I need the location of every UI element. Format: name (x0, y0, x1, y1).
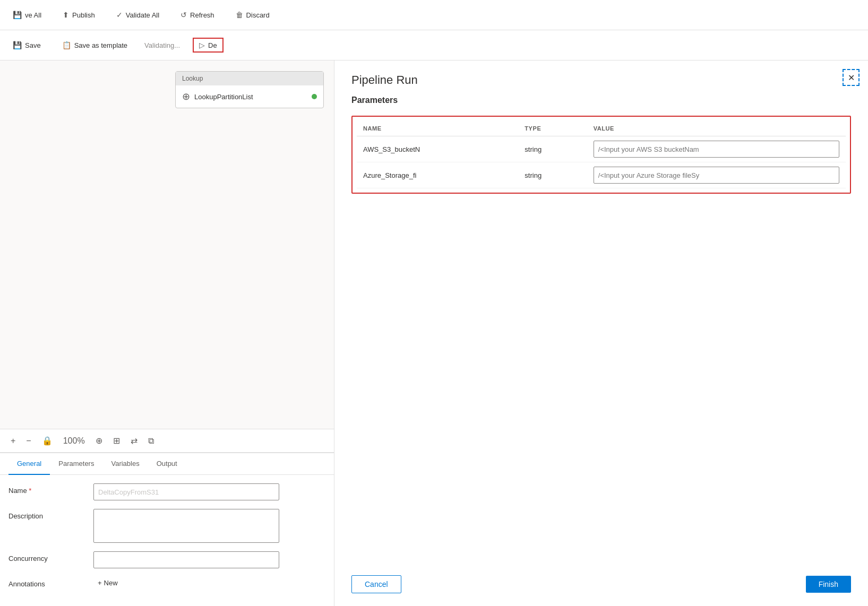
pipeline-run-dialog: ✕ Pipeline Run Parameters NAME TYPE VALU… (334, 60, 868, 606)
discard-button[interactable]: 🗑 Discard (231, 8, 274, 21)
description-row: Description (8, 509, 325, 543)
canvas-toolbar: + − 🔒 100% ⊕ ⊞ ⇄ ⧉ (0, 429, 334, 453)
table-row: AWS_S3_bucketN string (357, 136, 846, 162)
param-name-2: Azure_Storage_fi (357, 162, 518, 188)
description-label: Description (8, 509, 93, 520)
concurrency-row: Concurrency (8, 551, 325, 568)
description-input[interactable] (93, 509, 279, 543)
save-all-label: ve All (25, 11, 41, 19)
publish-label: Publish (72, 11, 95, 19)
validate-all-label: Validate All (126, 11, 159, 19)
param-value-input-1[interactable] (594, 141, 839, 158)
param-value-2 (587, 162, 846, 188)
lookup-header-label: Lookup (182, 75, 203, 82)
save-as-template-button[interactable]: 📋 Save as template (58, 39, 132, 51)
col-type: TYPE (518, 121, 587, 136)
validate-all-button[interactable]: ✓ Validate All (112, 8, 164, 21)
format-button[interactable]: ⧉ (146, 434, 156, 448)
zoom-in-button[interactable]: + (8, 434, 18, 448)
name-label: Name * (8, 483, 93, 495)
name-row: Name * (8, 483, 325, 500)
select-button[interactable]: ⊞ (111, 434, 122, 448)
main-area: Lookup ⊕ LookupPartitionList + − 🔒 100% … (0, 60, 868, 606)
annotations-row: Annotations + New (8, 577, 325, 589)
tabs: General Parameters Variables Output (0, 453, 334, 475)
plus-icon: + (98, 579, 102, 587)
fit-button[interactable]: ⊕ (93, 434, 105, 448)
refresh-label: Refresh (190, 11, 214, 19)
param-type-2: string (518, 162, 587, 188)
save-icon: 💾 (13, 41, 22, 49)
lookup-node-label: LookupPartitionList (194, 93, 253, 101)
debug-label: De (208, 41, 217, 49)
discard-icon: 🗑 (236, 11, 243, 19)
name-required: * (29, 487, 31, 495)
lock-button[interactable]: 🔒 (40, 434, 55, 448)
lookup-node-body: ⊕ LookupPartitionList (176, 85, 323, 108)
save-all-button[interactable]: 💾 ve All (8, 8, 46, 21)
zoom-out-button[interactable]: − (24, 434, 33, 448)
zoom-level-button[interactable]: 100% (61, 434, 87, 448)
tab-general-content: Name * Description Concurrency A (0, 475, 334, 606)
refresh-button[interactable]: ↺ Refresh (176, 8, 219, 21)
table-row: Azure_Storage_fi string (357, 162, 846, 188)
parameters-table: NAME TYPE VALUE AWS_S3_bucketN string (357, 121, 846, 188)
dialog-footer: Cancel Finish (351, 575, 851, 593)
bottom-panel: General Parameters Variables Output Name (0, 453, 334, 606)
tab-parameters[interactable]: Parameters (50, 453, 102, 475)
param-value-1 (587, 136, 846, 162)
tab-variables[interactable]: Variables (102, 453, 148, 475)
debug-icon: ▷ (199, 41, 205, 49)
left-panel: Lookup ⊕ LookupPartitionList + − 🔒 100% … (0, 60, 334, 606)
concurrency-label: Concurrency (8, 551, 93, 562)
lookup-node[interactable]: Lookup ⊕ LookupPartitionList (175, 71, 324, 108)
arrange-button[interactable]: ⇄ (128, 434, 140, 448)
tab-general[interactable]: General (8, 453, 50, 475)
dialog-parameters-label: Parameters (351, 96, 851, 105)
second-toolbar: 💾 Save 📋 Save as template Validating... … (0, 30, 868, 60)
validate-all-icon: ✓ (116, 11, 123, 19)
close-dialog-button[interactable]: ✕ (843, 69, 860, 86)
parameters-highlight: NAME TYPE VALUE AWS_S3_bucketN string (351, 116, 851, 194)
lookup-node-header: Lookup (176, 72, 323, 85)
save-all-icon: 💾 (13, 11, 22, 19)
refresh-icon: ↺ (181, 11, 187, 19)
param-name-1: AWS_S3_bucketN (357, 136, 518, 162)
discard-label: Discard (246, 11, 270, 19)
save-as-template-label: Save as template (74, 41, 127, 49)
col-value: VALUE (587, 121, 846, 136)
publish-icon: ⬆ (63, 11, 69, 19)
new-annotation-button[interactable]: + New (93, 577, 122, 589)
dialog-title: Pipeline Run (351, 73, 851, 87)
validating-text: Validating... (144, 41, 180, 49)
close-icon: ✕ (848, 73, 855, 83)
new-label: New (104, 579, 118, 587)
save-as-template-icon: 📋 (62, 41, 71, 49)
lookup-node-icon: ⊕ (182, 91, 190, 102)
top-toolbar: 💾 ve All ⬆ Publish ✓ Validate All ↺ Refr… (0, 0, 868, 30)
tab-output[interactable]: Output (148, 453, 186, 475)
concurrency-input[interactable] (93, 551, 279, 568)
param-value-input-2[interactable] (594, 167, 839, 184)
lookup-node-status (312, 94, 317, 99)
save-button[interactable]: 💾 Save (8, 39, 45, 51)
col-name: NAME (357, 121, 518, 136)
publish-button[interactable]: ⬆ Publish (58, 8, 99, 21)
name-input[interactable] (93, 483, 279, 500)
cancel-button[interactable]: Cancel (351, 575, 401, 593)
canvas-area[interactable]: Lookup ⊕ LookupPartitionList (0, 60, 334, 429)
finish-button[interactable]: Finish (806, 576, 851, 593)
debug-button[interactable]: ▷ De (193, 38, 224, 53)
annotations-label: Annotations (8, 577, 93, 588)
param-type-1: string (518, 136, 587, 162)
save-label: Save (25, 41, 41, 49)
